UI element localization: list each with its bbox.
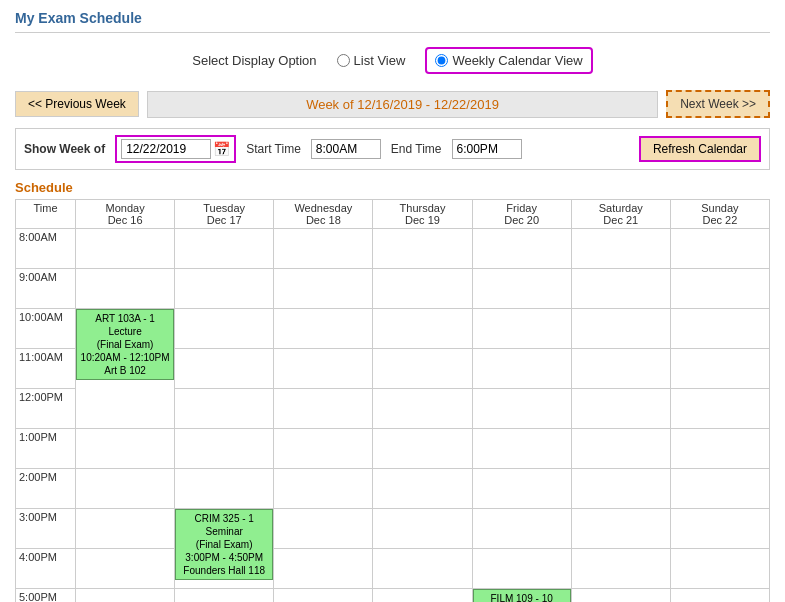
weekly-view-option[interactable]: Weekly Calendar View [435,53,582,68]
controls-row: Show Week of 📅 Start Time End Time Refre… [15,128,770,170]
empty-cell [472,469,571,509]
empty-cell [373,309,472,349]
time-header: Time [16,200,76,229]
time-cell: 5:00PM [16,589,76,603]
list-view-option[interactable]: List View [337,53,406,68]
day-header-0: MondayDec 16 [76,200,175,229]
show-week-wrapper: 📅 [115,135,236,163]
empty-cell [373,589,472,603]
page-container: My Exam Schedule Select Display Option L… [0,0,785,602]
next-week-button[interactable]: Next Week >> [666,90,770,118]
calendar-icon[interactable]: 📅 [213,141,230,157]
empty-cell [472,509,571,549]
time-cell: 11:00AM [16,349,76,389]
start-time-input[interactable] [311,139,381,159]
time-cell: 8:00AM [16,229,76,269]
empty-cell [670,309,769,349]
empty-cell [571,509,670,549]
time-cell: 3:00PM [16,509,76,549]
empty-cell [373,349,472,389]
empty-cell [76,269,175,309]
weekly-option-wrapper: Weekly Calendar View [425,47,592,74]
empty-cell [76,509,175,549]
empty-cell [274,229,373,269]
empty-cell [571,589,670,603]
event-cell: FILM 109 - 10 Lecture(Final Exam)5:00PM … [472,589,571,603]
empty-cell [670,509,769,549]
day-header-3: ThursdayDec 19 [373,200,472,229]
empty-cell [274,429,373,469]
empty-cell [571,429,670,469]
empty-cell [175,389,274,429]
empty-cell [175,349,274,389]
empty-cell [472,429,571,469]
end-time-label: End Time [391,142,442,156]
prev-week-button[interactable]: << Previous Week [15,91,139,117]
event-block[interactable]: ART 103A - 1 Lecture(Final Exam)10:20AM … [76,309,174,380]
page-title: My Exam Schedule [15,10,770,33]
empty-cell [175,469,274,509]
week-label: Week of 12/16/2019 - 12/22/2019 [147,91,658,118]
empty-cell [76,469,175,509]
empty-cell [670,349,769,389]
empty-cell [571,389,670,429]
weekly-view-radio[interactable] [435,54,448,67]
empty-cell [373,269,472,309]
list-view-radio[interactable] [337,54,350,67]
empty-cell [571,469,670,509]
empty-cell [373,229,472,269]
empty-cell [472,349,571,389]
empty-cell [472,269,571,309]
refresh-calendar-button[interactable]: Refresh Calendar [639,136,761,162]
day-header-2: WednesdayDec 18 [274,200,373,229]
empty-cell [76,429,175,469]
time-cell: 12:00PM [16,389,76,429]
empty-cell [175,229,274,269]
day-header-6: SundayDec 22 [670,200,769,229]
empty-cell [571,269,670,309]
empty-cell [175,429,274,469]
empty-cell [274,309,373,349]
empty-cell [670,589,769,603]
event-cell: ART 103A - 1 Lecture(Final Exam)10:20AM … [76,309,175,429]
show-week-input[interactable] [121,139,211,159]
event-block[interactable]: FILM 109 - 10 Lecture(Final Exam)5:00PM … [473,589,571,602]
schedule-title: Schedule [15,180,770,195]
end-time-input[interactable] [452,139,522,159]
empty-cell [76,549,175,589]
empty-cell [175,309,274,349]
empty-cell [670,469,769,509]
time-cell: 1:00PM [16,429,76,469]
empty-cell [373,389,472,429]
empty-cell [274,509,373,549]
empty-cell [274,589,373,603]
empty-cell [670,389,769,429]
empty-cell [571,349,670,389]
empty-cell [274,269,373,309]
empty-cell [670,429,769,469]
display-option-row: Select Display Option List View Weekly C… [15,47,770,74]
day-header-4: FridayDec 20 [472,200,571,229]
empty-cell [670,549,769,589]
empty-cell [472,389,571,429]
empty-cell [472,549,571,589]
weekly-view-label: Weekly Calendar View [452,53,582,68]
start-time-label: Start Time [246,142,301,156]
calendar-table: Time MondayDec 16 TuesdayDec 17 Wednesda… [15,199,770,602]
day-header-1: TuesdayDec 17 [175,200,274,229]
empty-cell [670,229,769,269]
list-view-label: List View [354,53,406,68]
event-cell: CRIM 325 - 1 Seminar(Final Exam)3:00PM -… [175,509,274,589]
empty-cell [274,469,373,509]
event-block[interactable]: CRIM 325 - 1 Seminar(Final Exam)3:00PM -… [175,509,273,580]
empty-cell [373,469,472,509]
time-cell: 10:00AM [16,309,76,349]
empty-cell [274,389,373,429]
show-week-label: Show Week of [24,142,105,156]
empty-cell [373,429,472,469]
empty-cell [76,229,175,269]
time-cell: 4:00PM [16,549,76,589]
empty-cell [571,549,670,589]
week-nav-row: << Previous Week Week of 12/16/2019 - 12… [15,90,770,118]
empty-cell [175,269,274,309]
